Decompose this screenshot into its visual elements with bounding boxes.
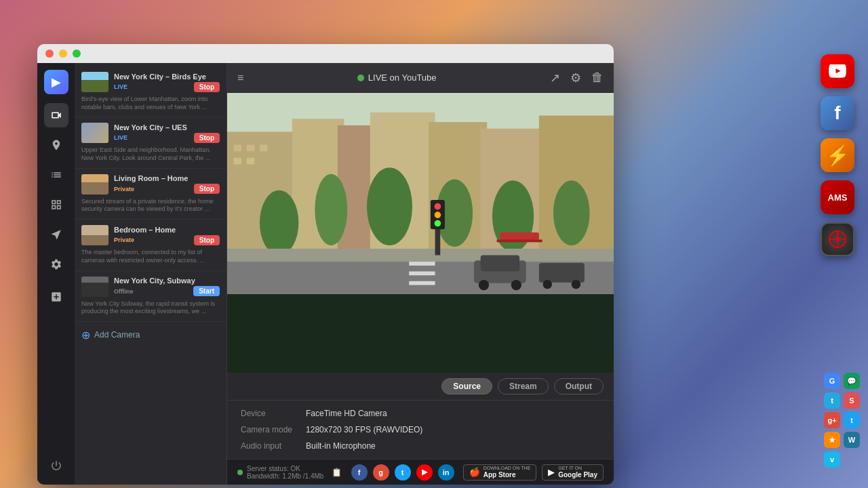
- camera-status: Private: [114, 237, 134, 243]
- svg-rect-33: [539, 263, 585, 283]
- footer-social: f g t ▶ in: [351, 464, 454, 481]
- tab-stream[interactable]: Stream: [498, 378, 549, 394]
- svg-point-34: [543, 280, 552, 289]
- device-label: Device: [241, 409, 292, 418]
- source-info: Device FaceTime HD Camera Camera mode 12…: [227, 401, 614, 459]
- camera-info: Bedroom – Home Private Stop: [114, 226, 220, 245]
- tab-row: Source Stream Output: [227, 373, 614, 401]
- tab-output[interactable]: Output: [554, 378, 604, 394]
- minimize-button[interactable]: [59, 49, 67, 58]
- camera-name: New York City – UES: [114, 123, 220, 131]
- dock-youtube[interactable]: [821, 54, 854, 88]
- social-twitter[interactable]: t: [395, 464, 411, 481]
- status-dot: [237, 470, 243, 475]
- camera-name: New York City – Birds Eye: [114, 73, 220, 81]
- camera-item[interactable]: New York City – UES LIVE Stop Upper East…: [75, 117, 226, 168]
- social-youtube[interactable]: ▶: [416, 464, 433, 481]
- main-window: ▶: [37, 44, 614, 485]
- sidebar-item-plus[interactable]: [44, 285, 68, 309]
- tab-source[interactable]: Source: [441, 378, 492, 394]
- right-dock: f ⚡ AMS 5: [821, 54, 854, 256]
- small-icon-chat[interactable]: 💬: [844, 373, 860, 389]
- sidebar-item-cameras[interactable]: [44, 103, 68, 127]
- svg-rect-36: [500, 232, 538, 240]
- camera-item[interactable]: New York City, Subway Offline Start New …: [75, 271, 226, 322]
- social-facebook[interactable]: f: [351, 464, 368, 481]
- svg-point-31: [479, 280, 489, 290]
- svg-rect-8: [234, 145, 241, 152]
- camera-stop-button[interactable]: Stop: [194, 133, 220, 143]
- bandwidth-text: Bandwidth: 1.2Mb /1.4Mb: [247, 472, 323, 480]
- camera-name: New York City, Subway: [114, 277, 220, 285]
- small-icon-gplus[interactable]: g+: [824, 412, 840, 428]
- live-dot: [357, 75, 364, 81]
- sidebar-item-settings[interactable]: [44, 252, 68, 277]
- menu-icon[interactable]: ≡: [237, 72, 243, 84]
- social-googleplus[interactable]: g: [373, 464, 389, 481]
- audio-input-label: Audio input: [241, 441, 292, 451]
- camera-item[interactable]: Bedroom – Home Private Stop The master b…: [75, 220, 226, 270]
- share-icon[interactable]: ↗: [550, 70, 560, 85]
- svg-point-14: [315, 174, 347, 245]
- svg-rect-22: [409, 281, 435, 285]
- dock-lightning[interactable]: ⚡: [821, 138, 854, 172]
- camera-thumbnail: [81, 72, 108, 92]
- sidebar-item-broadcast[interactable]: [44, 222, 68, 247]
- svg-point-28: [435, 220, 441, 227]
- dock-facebook[interactable]: f: [821, 96, 854, 130]
- svg-point-35: [572, 280, 580, 289]
- camera-info: New York City – Birds Eye LIVE Stop: [114, 73, 220, 92]
- camera-status-row: LIVE Stop: [114, 82, 220, 92]
- small-icon-s[interactable]: S: [844, 392, 860, 409]
- close-button[interactable]: [45, 49, 54, 58]
- svg-point-13: [260, 190, 298, 256]
- audio-input-value: Built-in Microphone: [306, 441, 600, 451]
- small-icon-wp[interactable]: W: [844, 432, 860, 448]
- dock-s5[interactable]: 5: [821, 222, 854, 256]
- sidebar-item-logo[interactable]: ▶: [44, 70, 68, 94]
- sidebar-item-location[interactable]: [44, 133, 68, 157]
- small-icon-vimeo[interactable]: v: [824, 451, 840, 468]
- camera-stop-button[interactable]: Stop: [194, 82, 220, 92]
- camera-start-button[interactable]: Start: [193, 286, 220, 296]
- svg-rect-9: [247, 145, 254, 152]
- camera-mode-value: 868x488 30 FPS (RAWVIDEO): [306, 425, 600, 434]
- google-play-button[interactable]: ▶ GET IT ON Google Play: [542, 464, 604, 481]
- top-bar: ≡ LIVE on YouTube ↗ ⚙ 🗑: [227, 63, 614, 93]
- small-icon-twitter[interactable]: t: [824, 392, 840, 409]
- maximize-button[interactable]: [73, 49, 81, 58]
- app-store-button[interactable]: 🍎 Download on the App Store: [463, 464, 537, 481]
- sidebar-item-list[interactable]: [44, 163, 68, 187]
- small-icon-google[interactable]: G: [824, 373, 840, 389]
- svg-point-27: [435, 211, 441, 218]
- svg-point-18: [553, 180, 590, 245]
- svg-rect-23: [227, 249, 614, 262]
- svg-rect-10: [260, 145, 267, 152]
- title-bar: [37, 44, 614, 63]
- sidebar-item-grid[interactable]: [44, 192, 68, 217]
- svg-point-15: [367, 167, 412, 245]
- settings-icon[interactable]: ⚙: [570, 70, 581, 85]
- footer: Server status: OK Bandwidth: 1.2Mb /1.4M…: [227, 459, 614, 485]
- footer-stores: 🍎 Download on the App Store ▶ GET IT ON …: [463, 464, 604, 481]
- camera-item[interactable]: New York City – Birds Eye LIVE Stop Bird…: [75, 66, 226, 117]
- small-icon-tw2[interactable]: t: [844, 412, 860, 428]
- camera-stop-button[interactable]: Stop: [194, 184, 220, 194]
- delete-icon[interactable]: 🗑: [591, 70, 604, 85]
- device-value: FaceTime HD Camera: [306, 409, 600, 418]
- svg-rect-12: [247, 158, 254, 165]
- social-linkedin[interactable]: in: [438, 464, 454, 481]
- sidebar: ▶: [37, 63, 75, 485]
- sidebar-item-power[interactable]: [44, 453, 68, 478]
- camera-item[interactable]: Living Room – Home Private Stop Secured …: [75, 169, 226, 220]
- live-label: LIVE on YouTube: [368, 73, 437, 83]
- camera-stop-button[interactable]: Stop: [194, 235, 220, 245]
- small-icon-star[interactable]: ★: [824, 432, 840, 448]
- camera-mode-label: Camera mode: [241, 425, 292, 434]
- small-dock: G 💬 t S g+ t ★ W v: [824, 373, 860, 468]
- add-camera-button[interactable]: ⊕Add Camera: [75, 322, 226, 348]
- svg-rect-37: [497, 240, 542, 243]
- dock-ams[interactable]: AMS: [821, 180, 854, 214]
- camera-status: LIVE: [114, 83, 127, 90]
- camera-thumbnail: [81, 277, 108, 297]
